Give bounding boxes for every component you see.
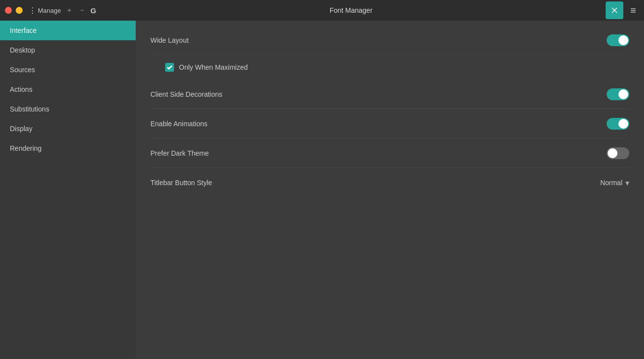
- titlebar-right: ≡: [606, 1, 639, 19]
- wide-layout-row: Wide Layout: [150, 26, 629, 55]
- titlebar-button-style-row: Titlebar Button Style Normal ▾: [150, 168, 629, 197]
- sidebar-item-interface[interactable]: Interface: [0, 21, 136, 40]
- g-label: G: [90, 6, 96, 15]
- wide-layout-toggle[interactable]: [607, 34, 629, 46]
- prefer-dark-theme-row: Prefer Dark Theme: [150, 138, 629, 168]
- toggle-knob: [618, 35, 628, 45]
- only-when-maximized-checkbox[interactable]: [165, 63, 174, 72]
- enable-animations-toggle[interactable]: [607, 118, 629, 130]
- prefer-dark-theme-label: Prefer Dark Theme: [150, 149, 209, 157]
- only-when-maximized-checkbox-wrapper[interactable]: Only When Maximized: [165, 63, 248, 72]
- client-side-decorations-toggle[interactable]: [607, 88, 629, 100]
- add-icon[interactable]: ＋: [65, 6, 74, 15]
- titlebar-button-style-value: Normal: [600, 179, 622, 187]
- toggle-knob: [618, 89, 628, 99]
- titlebar-button-style-label: Titlebar Button Style: [150, 179, 212, 187]
- hamburger-menu[interactable]: ≡: [627, 3, 639, 18]
- app-title: Font Manager: [100, 6, 602, 14]
- sidebar-item-sources[interactable]: Sources: [0, 60, 136, 80]
- manage-label: Manage: [38, 7, 61, 14]
- sidebar: Interface Desktop Sources Actions Substi…: [0, 21, 136, 359]
- prefer-dark-theme-toggle[interactable]: [607, 147, 629, 159]
- client-side-decorations-label: Client Side Decorations: [150, 90, 222, 98]
- remove-icon[interactable]: －: [78, 6, 87, 15]
- close-button[interactable]: [5, 7, 12, 14]
- enable-animations-row: Enable Animations: [150, 109, 629, 138]
- titlebar-button-style-dropdown[interactable]: Normal ▾: [570, 178, 629, 188]
- toggle-knob: [618, 119, 628, 129]
- only-when-maximized-label: Only When Maximized: [179, 63, 248, 71]
- minimize-button[interactable]: [16, 7, 23, 14]
- settings-icon-button[interactable]: [606, 1, 623, 19]
- settings-panel: Wide Layout Only When Maximized Client S…: [136, 21, 644, 359]
- toggle-knob: [608, 148, 617, 158]
- titlebar: ⋮ Manage ＋ － G Font Manager ≡: [0, 0, 644, 21]
- main-layout: Interface Desktop Sources Actions Substi…: [0, 21, 644, 359]
- client-side-decorations-row: Client Side Decorations: [150, 80, 629, 109]
- sidebar-item-rendering[interactable]: Rendering: [0, 138, 136, 158]
- enable-animations-label: Enable Animations: [150, 120, 207, 128]
- sidebar-item-display[interactable]: Display: [0, 119, 136, 138]
- sidebar-item-desktop[interactable]: Desktop: [0, 40, 136, 60]
- sidebar-item-actions[interactable]: Actions: [0, 80, 136, 99]
- only-when-maximized-row: Only When Maximized: [150, 55, 629, 80]
- dots-icon: ⋮: [29, 6, 36, 15]
- manage-menu[interactable]: ⋮ Manage: [29, 6, 61, 15]
- sidebar-item-substitutions[interactable]: Substitutions: [0, 99, 136, 119]
- chevron-down-icon: ▾: [625, 178, 629, 188]
- wide-layout-label: Wide Layout: [150, 36, 189, 44]
